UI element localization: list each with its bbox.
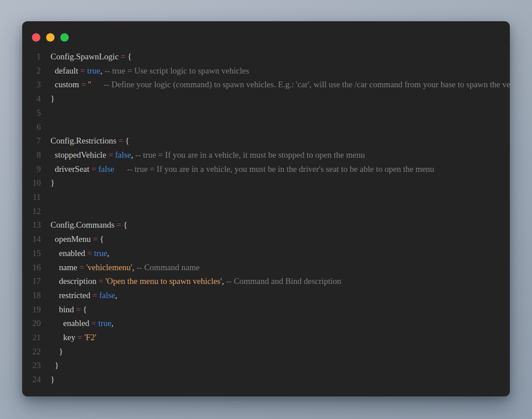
token-op: = bbox=[80, 66, 85, 75]
line-number: 21 bbox=[22, 330, 41, 345]
token-op: = bbox=[78, 333, 82, 342]
token-op: = bbox=[98, 276, 103, 286]
token-op: = bbox=[108, 150, 113, 159]
token-bool: false bbox=[115, 150, 131, 159]
code-line[interactable]: 10} bbox=[22, 176, 510, 190]
token-plain: , bbox=[107, 248, 110, 258]
code-text: custom = '' -- Define your logic (comman… bbox=[41, 78, 510, 92]
code-text: default = true, -- true = Use script log… bbox=[41, 64, 249, 78]
token-plain: { bbox=[121, 220, 128, 229]
token-op: = bbox=[118, 136, 123, 145]
code-text: key = 'F2' bbox=[41, 330, 96, 345]
line-number: 17 bbox=[22, 274, 41, 288]
code-line[interactable]: 11 bbox=[22, 190, 510, 204]
token-plain: } bbox=[51, 375, 55, 384]
code-line[interactable]: 18 restricted = false, bbox=[22, 288, 510, 303]
line-number: 23 bbox=[22, 358, 41, 372]
line-number: 18 bbox=[22, 288, 41, 303]
code-line[interactable]: 21 key = 'F2' bbox=[22, 330, 510, 345]
minimize-button[interactable] bbox=[46, 33, 55, 42]
code-text: Config.SpawnLogic = { bbox=[41, 50, 132, 64]
code-line[interactable]: 3 custom = '' -- Define your logic (comm… bbox=[22, 78, 510, 92]
code-editor-window: 1Config.SpawnLogic = {2 default = true, … bbox=[22, 21, 510, 396]
line-number: 9 bbox=[22, 162, 41, 176]
token-str: 'Open the menu to spawn vehicles' bbox=[106, 276, 222, 286]
code-text bbox=[41, 204, 51, 218]
code-line[interactable]: 20 enabled = true, bbox=[22, 316, 510, 330]
token-com: -- true = If you are in a vehicle, it mu… bbox=[133, 150, 365, 159]
token-plain: bind bbox=[51, 305, 76, 314]
token-com: -- Command name bbox=[134, 263, 200, 272]
token-op: = bbox=[81, 80, 86, 89]
token-plain: default bbox=[51, 66, 80, 75]
line-number: 5 bbox=[22, 106, 41, 120]
line-number: 2 bbox=[22, 64, 41, 78]
code-line[interactable]: 6 bbox=[22, 120, 510, 134]
line-number: 20 bbox=[22, 316, 41, 330]
code-line[interactable]: 24} bbox=[22, 372, 510, 387]
token-plain: custom bbox=[51, 80, 81, 89]
code-line[interactable]: 13Config.Commands = { bbox=[22, 218, 510, 232]
code-text: name = 'vehiclemenu', -- Command name bbox=[41, 260, 200, 275]
code-line[interactable]: 5 bbox=[22, 106, 510, 120]
token-bool: true bbox=[98, 318, 112, 328]
line-number: 12 bbox=[22, 204, 41, 218]
code-line[interactable]: 19 bind = { bbox=[22, 303, 510, 317]
token-op: = bbox=[92, 291, 97, 300]
close-button[interactable] bbox=[32, 33, 40, 42]
code-line[interactable]: 12 bbox=[22, 204, 510, 218]
code-line[interactable]: 15 enabled = true, bbox=[22, 246, 510, 260]
token-op: = bbox=[79, 263, 84, 272]
code-text bbox=[41, 120, 51, 134]
code-line[interactable]: 4} bbox=[22, 92, 510, 106]
code-line[interactable]: 17 description = 'Open the menu to spawn… bbox=[22, 274, 510, 288]
token-plain: enabled bbox=[51, 318, 91, 328]
token-plain: name bbox=[51, 263, 79, 272]
code-line[interactable]: 22 } bbox=[22, 345, 510, 359]
token-bool: false bbox=[98, 164, 114, 174]
token-plain: } bbox=[51, 94, 55, 103]
line-number: 10 bbox=[22, 176, 41, 190]
token-bool: true bbox=[94, 248, 107, 258]
code-text: driverSeat = false -- true = If you are … bbox=[41, 162, 434, 176]
code-text: } bbox=[41, 372, 55, 387]
code-line[interactable]: 23 } bbox=[22, 358, 510, 372]
line-number: 6 bbox=[22, 120, 41, 134]
line-number: 13 bbox=[22, 218, 41, 232]
code-line[interactable]: 8 stoppedVehicle = false, -- true = If y… bbox=[22, 148, 510, 162]
token-com: -- Command and Bind description bbox=[224, 276, 341, 286]
window-titlebar[interactable] bbox=[22, 21, 510, 50]
line-number: 4 bbox=[22, 92, 41, 106]
code-line[interactable]: 1Config.SpawnLogic = { bbox=[22, 50, 510, 64]
token-plain: , bbox=[111, 318, 113, 328]
token-op: = bbox=[93, 234, 98, 244]
code-line[interactable]: 9 driverSeat = false -- true = If you ar… bbox=[22, 162, 510, 176]
token-plain: Config.SpawnLogic bbox=[51, 52, 121, 61]
token-com: -- true = Use script logic to spawn vehi… bbox=[102, 66, 249, 75]
token-plain: openMenu bbox=[51, 234, 93, 244]
code-text: enabled = true, bbox=[41, 246, 110, 260]
code-line[interactable]: 14 openMenu = { bbox=[22, 232, 510, 246]
line-number: 11 bbox=[22, 190, 41, 204]
token-plain: driverSeat bbox=[51, 164, 91, 174]
token-op: = bbox=[87, 248, 92, 258]
code-line[interactable]: 2 default = true, -- true = Use script l… bbox=[22, 64, 510, 78]
token-op: = bbox=[121, 52, 125, 61]
code-text: Config.Restrictions = { bbox=[41, 134, 129, 148]
token-str: 'F2' bbox=[84, 333, 96, 342]
code-editor[interactable]: 1Config.SpawnLogic = {2 default = true, … bbox=[22, 50, 510, 396]
code-line[interactable]: 7Config.Restrictions = { bbox=[22, 134, 510, 148]
code-line[interactable]: 16 name = 'vehiclemenu', -- Command name bbox=[22, 260, 510, 275]
desktop-background: 1Config.SpawnLogic = {2 default = true, … bbox=[0, 0, 532, 419]
maximize-button[interactable] bbox=[60, 33, 69, 42]
code-text: } bbox=[41, 345, 63, 359]
token-plain: } bbox=[51, 347, 63, 356]
code-text bbox=[41, 106, 51, 120]
token-plain bbox=[91, 80, 104, 89]
token-op: = bbox=[91, 164, 96, 174]
token-plain: { bbox=[81, 305, 87, 314]
token-plain: Config.Commands bbox=[51, 220, 117, 229]
code-text: } bbox=[41, 92, 55, 106]
token-bool: false bbox=[99, 291, 115, 300]
line-number: 24 bbox=[22, 372, 41, 387]
